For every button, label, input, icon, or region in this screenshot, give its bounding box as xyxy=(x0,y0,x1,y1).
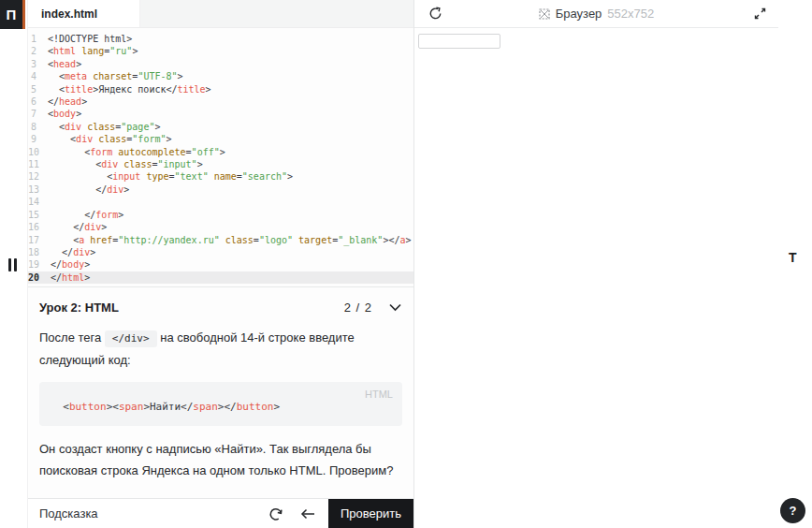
line-number: 14 xyxy=(28,196,51,208)
line-number: 16 xyxy=(28,221,51,233)
code-line[interactable]: 7<body> xyxy=(28,108,413,120)
line-code: </div> xyxy=(51,221,107,233)
tab-label: index.html xyxy=(41,7,97,21)
line-number: 7 xyxy=(28,108,48,120)
check-button[interactable]: Проверить xyxy=(328,499,413,528)
browser-title: Браузер xyxy=(556,7,602,21)
help-label: ? xyxy=(790,504,797,518)
line-number: 10 xyxy=(28,146,51,158)
code-line[interactable]: 18 </div> xyxy=(28,246,413,258)
browser-pane: Браузер 552x752 xyxy=(413,0,778,528)
code-line[interactable]: 3<head> xyxy=(28,58,413,70)
line-number: 1 xyxy=(28,33,48,45)
refresh-icon xyxy=(428,7,442,21)
line-number: 5 xyxy=(28,83,48,95)
code-line[interactable]: 19</body> xyxy=(28,258,413,271)
help-button[interactable]: ? xyxy=(780,498,805,523)
code-line[interactable]: 11 <div class="input"> xyxy=(28,158,413,170)
line-code: <a href="http://yandex.ru" class="logo" … xyxy=(51,234,411,246)
line-code: </body> xyxy=(51,258,90,271)
tab-index-html[interactable]: index.html xyxy=(28,0,140,27)
app-window: П index.html 1<!DOCTYPE html>2<html lang… xyxy=(0,0,812,528)
code-line[interactable]: 16 </div> xyxy=(28,221,413,233)
line-code: </div> xyxy=(51,246,95,258)
rendered-search-input[interactable] xyxy=(418,34,500,49)
code-line[interactable]: 10 <form autocomplete="off"> xyxy=(28,146,413,158)
hint-button[interactable]: Подсказка xyxy=(39,506,98,521)
line-code: <input type="text" name="search"> xyxy=(51,170,293,183)
left-rail: П xyxy=(0,0,28,528)
code-line[interactable]: 9 <div class="form"> xyxy=(28,133,413,145)
line-code: <title>Яндекс поиск</title> xyxy=(48,83,211,95)
tab-bar: index.html xyxy=(28,0,413,28)
line-number: 2 xyxy=(28,45,48,57)
line-code: <html lang="ru"> xyxy=(48,45,138,57)
code-language-label: HTML xyxy=(365,388,393,402)
right-rail: T ? xyxy=(778,0,811,528)
line-code: <!DOCTYPE html> xyxy=(48,33,132,45)
line-number: 6 xyxy=(28,95,48,108)
browser-preview xyxy=(414,28,778,528)
line-code: <div class="input"> xyxy=(51,158,203,170)
arrow-left-icon xyxy=(300,508,315,520)
viewport-icon xyxy=(539,8,550,20)
reset-icon xyxy=(268,506,283,521)
code-line[interactable]: 8 <div class="page"> xyxy=(28,121,413,133)
practicum-logo[interactable]: П xyxy=(0,0,25,29)
line-number: 17 xyxy=(28,234,51,246)
line-code: <div class="page"> xyxy=(48,121,160,133)
code-line[interactable]: 5 <title>Яндекс поиск</title> xyxy=(28,83,413,95)
editor-pane: index.html 1<!DOCTYPE html>2<html lang="… xyxy=(28,0,413,528)
panel-drag-handle-icon[interactable] xyxy=(8,258,17,271)
line-code: <div class="form"> xyxy=(48,133,172,145)
lesson-explanation: Он создаст кнопку с надписью «Найти». Та… xyxy=(39,438,402,481)
line-number: 3 xyxy=(28,58,48,70)
line-number: 20 xyxy=(28,271,51,284)
code-line[interactable]: 15 </form> xyxy=(28,209,413,221)
collapse-lesson-button[interactable] xyxy=(387,300,402,315)
line-code: <head> xyxy=(48,58,81,70)
line-code: </html> xyxy=(51,271,90,284)
line-code: <form autocomplete="off"> xyxy=(51,146,225,158)
fullscreen-button[interactable] xyxy=(750,5,769,23)
line-number: 9 xyxy=(28,133,48,145)
line-code xyxy=(51,196,56,208)
code-line[interactable]: 2<html lang="ru"> xyxy=(28,45,413,57)
lesson-title: Урок 2: HTML xyxy=(39,301,344,315)
line-number: 4 xyxy=(28,70,48,82)
code-line[interactable]: 17 <a href="http://yandex.ru" class="log… xyxy=(28,234,413,246)
chevron-down-icon xyxy=(389,303,401,312)
lesson-code-block: HTML <button><span>Найти</span></button> xyxy=(39,382,402,426)
line-number: 18 xyxy=(28,246,51,258)
code-line[interactable]: 20</html> xyxy=(28,271,413,284)
line-code: </form> xyxy=(51,209,123,221)
code-line[interactable]: 12 <input type="text" name="search"> xyxy=(28,170,413,183)
code-line[interactable]: 14 xyxy=(28,196,413,208)
action-bar: Подсказка Проверить xyxy=(28,498,413,528)
code-line[interactable]: 6</head> xyxy=(28,95,413,108)
line-number: 15 xyxy=(28,209,51,221)
line-number: 19 xyxy=(28,258,51,271)
theory-toggle[interactable]: T xyxy=(789,250,797,265)
refresh-preview-button[interactable] xyxy=(426,5,444,23)
lesson-pager: 2 / 2 xyxy=(344,301,372,315)
lesson-panel: Урок 2: HTML 2 / 2 После тега </div> на … xyxy=(28,286,413,498)
viewport-size-label: 552x752 xyxy=(607,7,654,21)
code-line[interactable]: 1<!DOCTYPE html> xyxy=(28,33,413,45)
code-line[interactable]: 13 </div> xyxy=(28,183,413,196)
browser-title-group: Браузер 552x752 xyxy=(414,7,778,21)
logo-letter: П xyxy=(7,7,17,22)
browser-header: Браузер 552x752 xyxy=(414,0,778,28)
code-editor[interactable]: 1<!DOCTYPE html>2<html lang="ru">3<head>… xyxy=(28,28,413,286)
expand-icon xyxy=(753,7,767,21)
code-line[interactable]: 4 <meta charset="UTF-8"> xyxy=(28,70,413,82)
inline-code-chip: </div> xyxy=(105,330,157,347)
lesson-header: Урок 2: HTML 2 / 2 xyxy=(39,300,402,315)
line-code: </head> xyxy=(48,95,87,108)
line-number: 13 xyxy=(28,183,51,196)
line-number: 12 xyxy=(28,170,51,183)
step-back-button[interactable] xyxy=(298,505,317,523)
reset-code-button[interactable] xyxy=(267,505,285,523)
line-number: 8 xyxy=(28,121,48,133)
line-code: <meta charset="UTF-8"> xyxy=(48,70,183,82)
